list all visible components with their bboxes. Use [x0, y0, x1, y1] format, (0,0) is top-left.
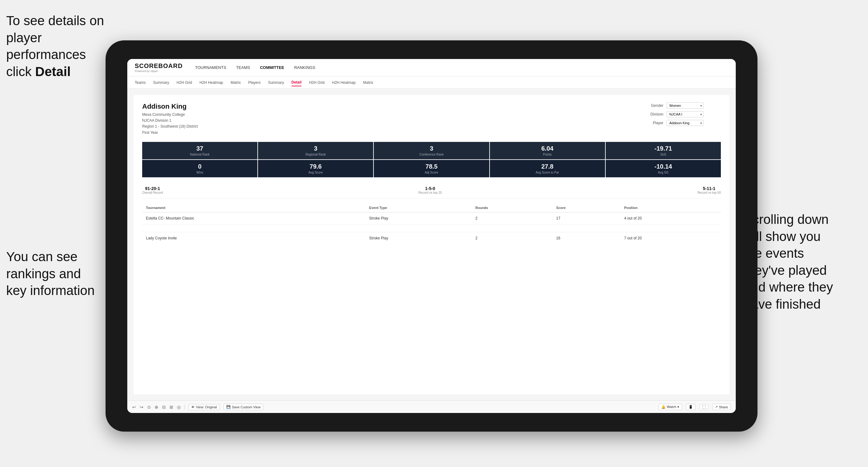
sub-nav-summary[interactable]: Summary [153, 79, 169, 86]
share-button[interactable]: ↗ Share [712, 404, 731, 410]
annotation-bottomright: Scrolling down will show you the events … [744, 211, 862, 313]
division-control-row: Division NJCAA I NJCAA II [646, 111, 721, 117]
view-original-label: View: Original [196, 405, 217, 409]
sub-nav-teams[interactable]: Teams [135, 79, 146, 86]
view-original-button[interactable]: 👁 View: Original [188, 404, 220, 410]
nav-committee[interactable]: COMMITTEE [260, 64, 284, 71]
player-region: Region 1 - Southwest (18) District [142, 124, 198, 129]
stats-grid-row2: 0Wins79.6Avg Score78.5Adj Score27.8Avg S… [142, 160, 721, 177]
top-nav: SCOREBOARD Powered by clippd TOURNAMENTS… [127, 59, 736, 76]
annotation-bl-line3: key information [6, 283, 95, 298]
sub-nav-h2h-grid[interactable]: H2H Grid [177, 79, 192, 86]
nav-tournaments[interactable]: TOURNAMENTS [195, 64, 226, 71]
logo-text: SCOREBOARD [135, 62, 183, 69]
undo-icon[interactable]: ↩ [132, 405, 136, 410]
stat-cell-row2-1: 79.6Avg Score [258, 160, 373, 177]
sub-nav-players[interactable]: Players [248, 79, 260, 86]
sub-nav-matrix[interactable]: Matrix [231, 79, 241, 86]
logo-area: SCOREBOARD Powered by clippd [135, 62, 183, 73]
tournament-table: Tournament Event Type Rounds Score Posit… [142, 204, 721, 244]
expand-icon-button[interactable]: ⛶ [700, 404, 708, 410]
table-row: Estella CC- Mountain Classic Stroke Play… [142, 212, 721, 224]
cell-rounds: 2 [471, 212, 552, 224]
cell-score: 16 [553, 232, 621, 244]
player-info: Addison King Mesa Community College NJCA… [142, 102, 198, 136]
stat-cell-row2-4: -10.14Avg SG [606, 160, 721, 177]
share-icon: ↗ [715, 405, 718, 409]
cell-event-type: Stroke Play [365, 232, 471, 244]
annotation-bl-line2: rankings and [6, 267, 81, 281]
record-item-0: 91-20-1Overall Record [142, 186, 163, 194]
stat-cell-row1-0: 37National Rank [142, 142, 257, 159]
cell-event-type [365, 224, 471, 232]
stat-cell-row2-0: 0Wins [142, 160, 257, 177]
nav-rankings[interactable]: RANKINGS [294, 64, 315, 71]
player-college: Mesa Community College [142, 112, 198, 118]
watch-icon: 🔔 [661, 405, 665, 409]
player-header: Addison King Mesa Community College NJCA… [142, 102, 721, 136]
sub-nav-h2h-heatmap[interactable]: H2H Heatmap [199, 79, 223, 86]
toolbar-separator [184, 405, 185, 410]
stat-cell-row1-2: 3Conference Rank [374, 142, 489, 159]
zoom-in-icon[interactable]: ⊕ [155, 405, 158, 410]
share-label: Share [719, 405, 728, 409]
col-score: Score [553, 204, 621, 212]
zoom-out-icon[interactable]: ⊟ [162, 405, 166, 410]
sub-nav-h2h-heatmap2[interactable]: H2H Heatmap [332, 79, 355, 86]
sub-nav: Teams Summary H2H Grid H2H Heatmap Matri… [127, 76, 736, 89]
bottom-toolbar: ↩ ↪ ⊙ ⊕ ⊟ ⊞ ◎ 👁 View: Original 💾 Save Cu… [127, 401, 736, 413]
gender-select[interactable]: Women Men [666, 102, 704, 109]
tablet-device: SCOREBOARD Powered by clippd TOURNAMENTS… [105, 40, 757, 432]
gender-select-wrapper: Women Men [666, 102, 704, 109]
annotation-bottomleft: You can see rankings and key information [6, 248, 118, 299]
record-item-2: 5-11-1Record vs top 50 [697, 186, 721, 194]
watch-label: Watch ▾ [667, 405, 679, 409]
refresh-icon[interactable]: ⊙ [147, 405, 151, 410]
annotation-line3-pre: click [6, 64, 35, 79]
sub-nav-detail[interactable]: Detail [291, 79, 302, 86]
player-select-wrapper: Addison King [666, 120, 704, 126]
division-label: Division [646, 112, 663, 117]
annotation-topleft: To see details on player performances cl… [6, 12, 112, 80]
grid-icon[interactable]: ⊞ [169, 405, 173, 410]
player-select[interactable]: Addison King [666, 120, 704, 126]
redo-icon[interactable]: ↪ [140, 405, 144, 410]
sub-nav-h2h-grid2[interactable]: H2H Grid [309, 79, 324, 86]
sub-nav-matrix2[interactable]: Matrix [363, 79, 373, 86]
table-row: Lady Coyote Invite Stroke Play 2 16 7 ou… [142, 232, 721, 244]
player-control-row: Player Addison King [646, 120, 721, 126]
cell-score [553, 224, 621, 232]
annotation-line3-bold: Detail [35, 64, 70, 79]
toolbar-right: 🔔 Watch ▾ 📱 ⛶ ↗ Share [658, 404, 731, 410]
col-tournament: Tournament [142, 204, 365, 212]
cell-tournament: Estella CC- Mountain Classic [142, 212, 365, 224]
stat-cell-row1-1: 3Regional Rank [258, 142, 373, 159]
col-position: Position [620, 204, 721, 212]
content-panel: Addison King Mesa Community College NJCA… [133, 95, 730, 394]
save-custom-view-button[interactable]: 💾 Save Custom View [223, 404, 264, 410]
stat-cell-row1-3: 6.04Points [490, 142, 605, 159]
watch-button[interactable]: 🔔 Watch ▾ [658, 404, 682, 410]
stat-cell-row1-4: -19.71SoS [606, 142, 721, 159]
player-year: First Year [142, 130, 198, 136]
annotation-line1: To see details on [6, 13, 104, 28]
annotation-line2: player performances [6, 30, 86, 62]
stat-cell-row2-3: 27.8Avg Score to Par [490, 160, 605, 177]
save-icon: 💾 [226, 405, 231, 409]
sub-nav-summary2[interactable]: Summary [268, 79, 284, 86]
player-controls: Gender Women Men Division [646, 102, 721, 136]
cell-score: 17 [553, 212, 621, 224]
cell-position: 4 out of 20 [620, 212, 721, 224]
tablet-screen: SCOREBOARD Powered by clippd TOURNAMENTS… [127, 59, 736, 413]
cell-tournament: Lady Coyote Invite [142, 232, 365, 244]
nav-teams[interactable]: TEAMS [236, 64, 250, 71]
gender-control-row: Gender Women Men [646, 102, 721, 109]
division-select[interactable]: NJCAA I NJCAA II [666, 111, 704, 117]
clock-icon[interactable]: ◎ [177, 405, 181, 410]
player-name: Addison King [142, 102, 198, 111]
cell-tournament [142, 224, 365, 232]
logo-sub: Powered by clippd [135, 69, 158, 73]
cell-position: 7 out of 20 [620, 232, 721, 244]
tablet-icon-button[interactable]: 📱 [686, 404, 696, 410]
save-custom-view-label: Save Custom View [232, 405, 261, 409]
